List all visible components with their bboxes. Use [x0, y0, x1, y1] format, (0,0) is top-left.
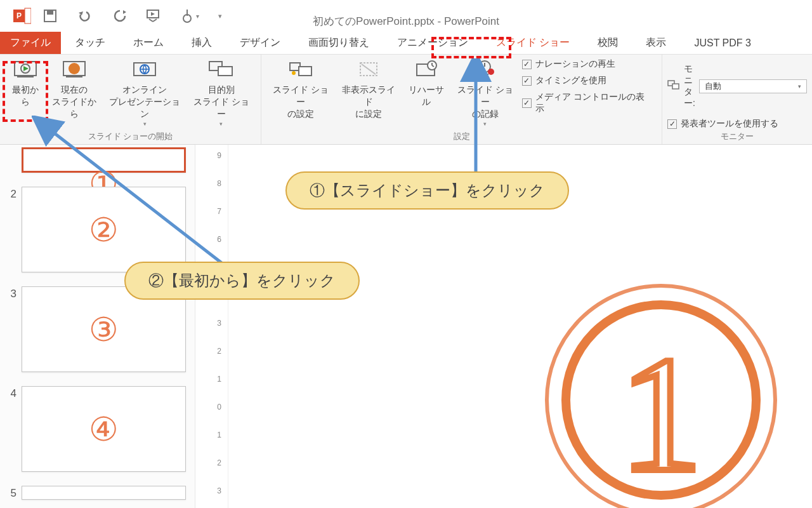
tab-review[interactable]: 校閲: [584, 32, 632, 54]
slideshow-settings-button[interactable]: スライド ショー の設定: [266, 57, 336, 121]
callout-2: ②【最初から】をクリック: [124, 262, 360, 300]
rehearse-button[interactable]: リハーサル: [402, 57, 450, 109]
monitor-icon: [667, 80, 680, 93]
tab-slideshow[interactable]: スライド ショー: [482, 32, 584, 54]
title-bar: P ▾ ▾ 初めてのPowerPoint.pptx - PowerPoint: [0, 0, 812, 32]
vertical-ruler: 9876543210123: [211, 145, 228, 508]
thumb-row-1[interactable]: ①: [0, 147, 186, 173]
record-slideshow-button[interactable]: スライド ショー の記録▾: [450, 57, 520, 129]
presenter-view-checkbox[interactable]: ✓発表者ツールを使用する: [667, 117, 778, 131]
from-current-icon: [61, 58, 88, 83]
online-presentation-button[interactable]: オンライン プレゼンテーション▾: [103, 57, 187, 129]
callout-1: ①【スライドショー】をクリック: [285, 171, 569, 210]
redo-icon[interactable]: [113, 9, 127, 23]
monitor-label: モニター:: [684, 64, 695, 109]
powerpoint-app-icon: P: [13, 7, 32, 25]
group-setup: スライド ショー の設定 非表示スライド に設定 リハーサル スライド ショー …: [261, 55, 662, 144]
svg-line-24: [362, 64, 376, 74]
tab-touch[interactable]: タッチ: [61, 32, 119, 54]
quick-access-toolbar: ▾ ▾: [43, 8, 222, 23]
media-controls-checkbox[interactable]: ✓メディア コントロールの表示: [522, 90, 652, 116]
group-monitor: モニター: 自動▾ ✓発表者ツールを使用する モニター: [662, 55, 812, 144]
tab-animations[interactable]: アニメーション: [383, 32, 482, 54]
svg-rect-19: [218, 67, 232, 76]
touch-mode-icon[interactable]: ▾: [180, 8, 199, 23]
rehearse-icon: [413, 58, 440, 83]
svg-rect-34: [672, 84, 679, 89]
tab-file[interactable]: ファイル: [0, 32, 61, 54]
thumb-slide-5[interactable]: [22, 486, 186, 500]
slideshow-settings-icon: [287, 58, 314, 83]
from-beginning-icon: [12, 58, 39, 83]
narration-checkbox[interactable]: ✓ナレーションの再生: [522, 57, 652, 71]
timing-checkbox[interactable]: ✓タイミングを使用: [522, 74, 652, 88]
thumb-row-5[interactable]: 5: [0, 486, 186, 500]
hide-slide-icon: [355, 58, 382, 83]
ribbon-tabs: ファイル タッチ ホーム 挿入 デザイン 画面切り替え アニメーション スライド…: [0, 32, 812, 55]
tab-view[interactable]: 表示: [632, 32, 680, 54]
svg-text:P: P: [16, 11, 22, 20]
custom-slideshow-icon: [207, 58, 236, 83]
svg-rect-2: [25, 8, 31, 23]
record-slideshow-icon: [472, 58, 499, 83]
svg-point-22: [292, 71, 296, 75]
ribbon: 最初から 現在の スライドから オンライン プレゼンテーション▾ 目的別 スライ…: [0, 55, 812, 145]
slide-content-circle-1: 1: [540, 279, 782, 508]
svg-rect-21: [299, 67, 311, 76]
hide-slide-button[interactable]: 非表示スライド に設定: [336, 57, 402, 121]
from-current-button[interactable]: 現在の スライドから: [45, 57, 103, 121]
group-start-slideshow: 最初から 現在の スライドから オンライン プレゼンテーション▾ 目的別 スライ…: [0, 55, 261, 144]
svg-point-31: [488, 69, 494, 75]
custom-slideshow-button[interactable]: 目的別 スライド ショー▾: [187, 57, 256, 129]
group-label-start: スライド ショーの開始: [5, 131, 256, 144]
group-label-monitor: モニター: [667, 131, 807, 144]
tab-home[interactable]: ホーム: [119, 32, 178, 54]
monitor-row: モニター: 自動▾: [667, 62, 807, 110]
tab-transitions[interactable]: 画面切り替え: [294, 32, 383, 54]
qat-customize-icon[interactable]: ▾: [218, 12, 222, 20]
slide-thumbnails[interactable]: ① 2 ② 3 ③ 4 ④ 5: [0, 145, 195, 508]
window-title: 初めてのPowerPoint.pptx - PowerPoint: [313, 14, 499, 29]
tab-justpdf[interactable]: JUST PDF 3: [680, 32, 765, 54]
tab-design[interactable]: デザイン: [226, 32, 294, 54]
group-label-setup: 設定: [266, 131, 657, 144]
svg-text:1: 1: [620, 323, 702, 505]
thumb-slide-1[interactable]: ①: [22, 147, 186, 173]
thumb-slide-2[interactable]: ②: [22, 187, 186, 272]
svg-line-6: [149, 19, 153, 22]
thumb-slide-4[interactable]: ④: [22, 386, 186, 472]
tab-insert[interactable]: 挿入: [178, 32, 226, 54]
thumb-row-2[interactable]: 2 ②: [0, 187, 186, 272]
powerpoint-icon: P: [13, 8, 31, 24]
slideshow-qat-icon[interactable]: [146, 9, 161, 23]
svg-line-7: [153, 19, 157, 22]
thumb-row-4[interactable]: 4 ④: [0, 386, 186, 472]
undo-icon[interactable]: [76, 10, 94, 22]
svg-point-13: [69, 63, 80, 74]
save-icon[interactable]: [43, 9, 57, 23]
svg-rect-4: [47, 11, 53, 15]
from-beginning-button[interactable]: 最初から: [5, 57, 45, 109]
monitor-select[interactable]: 自動▾: [699, 79, 807, 93]
online-presentation-icon: [130, 58, 159, 83]
